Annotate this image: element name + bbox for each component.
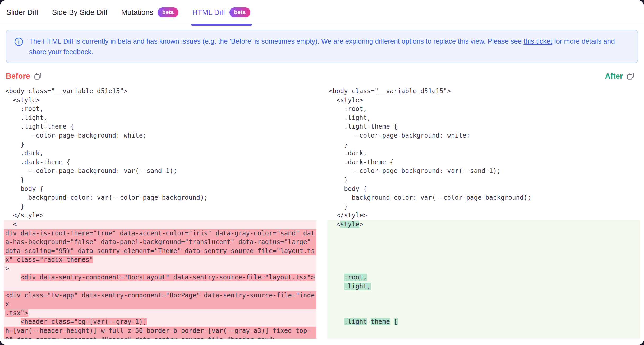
diff-highlight-segment: :root, — [344, 274, 367, 281]
code-line: h-[var(--header-height)] w-full z-50 bor… — [4, 327, 316, 335]
code-line: .light, — [327, 282, 640, 291]
diff-highlight-segment: x" class="radix-themes" — [5, 256, 93, 263]
diff-highlight-segment: .light — [344, 318, 367, 325]
code-text: > — [359, 221, 363, 228]
code-line: a-has-background="false" data-panel-back… — [4, 238, 316, 247]
code-line: .tsx"> — [4, 309, 316, 318]
diff-highlight-segment: { — [394, 318, 397, 325]
code-line: > — [4, 264, 316, 273]
tab-slider-diff[interactable]: Slider Diff — [6, 0, 38, 25]
ticket-link[interactable]: this ticket — [523, 37, 552, 45]
diff-viewer-card: Slider Diff Side By Side Diff Mutations … — [0, 0, 644, 345]
code-text: } — [329, 203, 348, 210]
code-line: .dark, — [327, 149, 640, 158]
code-line: .dark, — [4, 149, 316, 158]
code-text: } — [5, 203, 24, 210]
code-line: } — [327, 202, 640, 211]
diff-highlight-segment: .light, — [344, 283, 371, 290]
copy-after-button[interactable] — [627, 72, 634, 80]
code-line: <style> — [4, 96, 316, 105]
tab-html-diff[interactable]: HTML Diff beta — [192, 0, 250, 25]
code-text — [5, 318, 21, 325]
code-text: .light-theme { — [329, 123, 398, 130]
copy-before-button[interactable] — [34, 72, 42, 80]
code-text: <div class="tw-app" data-sentry-componen… — [5, 292, 315, 299]
beta-badge: beta — [229, 7, 250, 17]
code-text: data-scaling="95%" data-sentry-element="… — [5, 247, 315, 255]
code-text: --color-page-background: white; — [329, 132, 470, 139]
code-line: .light-theme { — [4, 122, 316, 131]
diff-highlight-segment: style — [340, 221, 359, 228]
tab-mutations[interactable]: Mutations beta — [121, 0, 178, 25]
code-line: </style> — [4, 211, 316, 220]
code-text: < — [5, 221, 17, 228]
code-line — [327, 264, 640, 273]
code-line: <body class="__variable_d51e15"> — [4, 87, 316, 96]
code-text: div data-is-root-theme="true" data-accen… — [5, 230, 315, 237]
tab-label: Mutations — [121, 8, 153, 17]
banner-text-start: The HTML Diff is currently in beta and h… — [29, 37, 523, 45]
code-line: .dark-theme { — [4, 158, 316, 167]
code-line: <style> — [327, 96, 640, 105]
code-line: x" class="radix-themes" — [4, 255, 316, 264]
code-text: --color-page-background: white; — [5, 132, 147, 139]
code-line — [327, 238, 640, 247]
code-text: - — [367, 318, 371, 325]
diff-highlight-segment: .tsx"> — [5, 309, 28, 317]
code-text: --color-page-background: var(--sand-1); — [5, 167, 177, 175]
code-text — [390, 318, 394, 325]
after-code-panel: <body class="__variable_d51e15"> <style>… — [327, 87, 640, 339]
code-text: background-color: var(--color-page-backg… — [329, 194, 531, 201]
code-line: <header class="bg-[var(--gray-1)] — [4, 318, 316, 327]
before-header: Before — [6, 72, 42, 81]
code-line: } — [4, 176, 316, 185]
code-text: 0" data-sentry-component="Header" data-s… — [5, 336, 277, 339]
after-header: After — [605, 72, 634, 81]
code-line — [327, 309, 640, 318]
code-line: :root, — [327, 105, 640, 114]
code-text: < — [329, 221, 340, 228]
code-text — [329, 318, 344, 325]
code-line: div data-is-root-theme="true" data-accen… — [4, 229, 316, 238]
code-line: data-scaling="95%" data-sentry-element="… — [4, 247, 316, 256]
diff-highlight-segment: <header class="bg-[var(--gray-1)] — [21, 318, 147, 325]
code-text: .dark-theme { — [5, 158, 70, 166]
code-text: } — [329, 141, 348, 148]
code-text: body { — [5, 185, 44, 193]
code-text: a-has-background="false" data-panel-back… — [5, 238, 311, 246]
info-icon — [14, 37, 23, 46]
code-diff-area: <body class="__variable_d51e15"> <style>… — [0, 87, 644, 339]
code-line: background-color: var(--color-page-backg… — [4, 193, 316, 202]
tab-label: Side By Side Diff — [52, 8, 108, 17]
code-text: <body class="__variable_d51e15"> — [5, 87, 127, 95]
code-text: } — [329, 176, 348, 184]
code-text: </style> — [5, 212, 44, 219]
code-line: } — [4, 202, 316, 211]
tab-side-by-side-diff[interactable]: Side By Side Diff — [52, 0, 108, 25]
code-text — [5, 274, 21, 281]
copy-icon — [34, 72, 42, 80]
code-text: .light, — [329, 114, 371, 122]
code-line: } — [4, 140, 316, 149]
code-line: <div data-sentry-component="DocsLayout" … — [4, 273, 316, 282]
beta-warning-banner: The HTML Diff is currently in beta and h… — [6, 30, 638, 63]
code-text: <style> — [5, 96, 40, 104]
diff-highlight-segment: <div data-sentry-component="DocsLayout" … — [21, 274, 315, 281]
code-line: x — [4, 300, 316, 309]
code-text: .dark-theme { — [329, 158, 394, 166]
code-text: } — [5, 176, 24, 184]
code-text: x — [5, 300, 9, 308]
code-line: .light, — [4, 114, 316, 123]
code-line — [327, 229, 640, 238]
code-line: } — [327, 140, 640, 149]
code-line: 0" data-sentry-component="Header" data-s… — [4, 335, 316, 339]
after-label: After — [605, 72, 623, 81]
tab-label: HTML Diff — [192, 8, 225, 17]
tab-label: Slider Diff — [6, 8, 38, 17]
code-line: <div class="tw-app" data-sentry-componen… — [4, 291, 316, 300]
code-text: :root, — [5, 105, 44, 113]
code-text: --color-page-background: var(--sand-1); — [329, 167, 501, 175]
code-line: </style> — [327, 211, 640, 220]
code-text: .dark, — [329, 150, 367, 157]
column-headers: Before After — [6, 70, 634, 82]
